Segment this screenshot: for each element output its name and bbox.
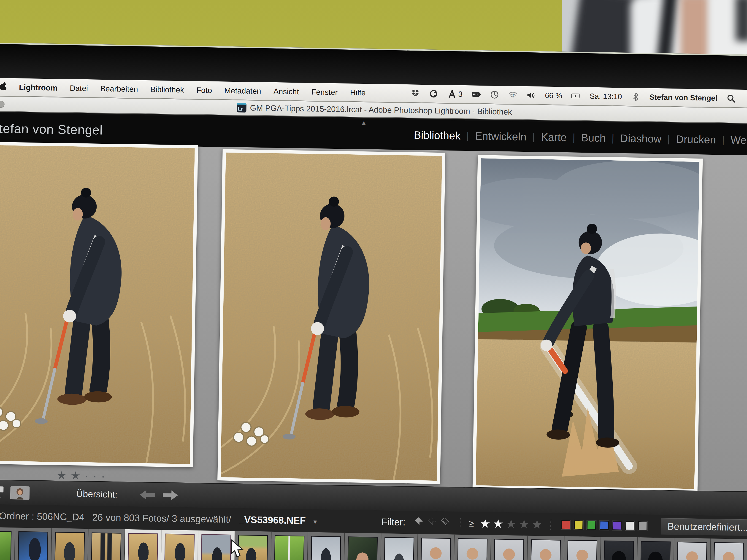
color-swatch[interactable] [574,521,583,530]
module-karte[interactable]: Karte [535,130,573,144]
sand-golfer-thumbnail [54,532,85,560]
menu-ansicht[interactable]: Ansicht [274,87,299,96]
creative-cloud-icon[interactable] [429,89,438,98]
module-separator: | [572,132,575,143]
filmstrip-thumb[interactable]: ★★ [0,527,15,560]
filmstrip-thumb[interactable] [600,537,638,560]
time-machine-icon[interactable] [490,90,499,100]
filmstrip-thumb[interactable]: ★★ [51,528,88,560]
bunker-address-thumbnail [164,534,195,560]
people-view-icon[interactable] [9,485,31,501]
color-swatch[interactable] [561,520,570,530]
apple-logo-icon[interactable] [0,82,7,92]
previous-photo-arrow[interactable] [140,489,155,500]
laptop-screen: LightroomDateiBearbeitenBibliothekFotoMe… [0,43,747,560]
menu-fenster[interactable]: Fenster [311,87,338,97]
source-indicator[interactable]: Ordner : 506NC_D4 26 von 803 Fotos/ 3 au… [0,510,317,526]
spotlight-search-icon[interactable] [726,94,736,103]
module-entwickeln[interactable]: Entwickeln [469,130,532,143]
filter-star[interactable]: ★ [506,517,517,531]
filmstrip-thumb[interactable] [454,534,491,560]
portrait-light-thumbnail [494,539,524,560]
menu-foto[interactable]: Foto [196,85,212,95]
rating-operator[interactable]: ≥ [469,518,474,528]
flag-rejected-icon[interactable] [440,518,450,528]
module-diashow[interactable]: Diashow [614,132,667,145]
color-swatch[interactable] [600,521,609,530]
filmstrip-thumb[interactable] [527,535,565,560]
survey-cell[interactable]: ★★★·· [472,155,703,509]
menu-bibliothek[interactable]: Bibliothek [150,85,184,94]
battery-percentage: 66 % [545,91,562,100]
next-photo-arrow[interactable] [163,490,178,501]
menu-datei[interactable]: Datei [70,83,88,92]
selected-filename: _VS53968.NEF [239,514,306,526]
filmstrip-thumb[interactable] [271,532,308,560]
filmstrip-thumb[interactable] [490,535,528,560]
photo-bunker-swing[interactable] [472,155,703,492]
svg-text:!: ! [512,92,514,99]
survey-cell[interactable]: ★★··· [217,149,445,500]
filter-star[interactable]: ★ [480,516,491,531]
module-separator: | [722,134,725,145]
survey-view-area: ★★··· ★★··· ★★★·· [0,143,747,491]
filmstrip-thumb[interactable]: ★★ [87,529,125,560]
module-picker: Bibliothek|Entwickeln|Karte|Buch|Diashow… [408,128,747,146]
bluetooth-icon[interactable] [631,92,640,102]
flag-unflagged-icon[interactable] [427,517,437,528]
color-swatch[interactable] [638,521,647,531]
module-separator: | [667,133,670,144]
color-swatch[interactable] [625,521,635,531]
module-drucken[interactable]: Drucken [670,132,722,146]
color-swatch[interactable] [613,521,622,530]
photo-bunker-address-1[interactable] [0,141,198,467]
logged-in-user[interactable]: Stefan von Stengel [649,93,718,103]
filmstrip-thumb[interactable] [417,534,455,560]
notification-center-icon[interactable] [745,94,747,103]
menu-bearbeiten[interactable]: Bearbeiten [100,84,138,94]
filmstrip-thumb[interactable]: ★★★ [14,528,52,560]
module-buch[interactable]: Buch [575,131,612,144]
filled-star[interactable]: ★ [56,469,67,482]
filmstrip-thumb[interactable] [710,538,747,560]
collapse-top-panel-arrow[interactable]: ▲ [360,119,367,127]
filmstrip-thumb[interactable] [563,536,601,560]
color-swatch[interactable] [587,521,596,530]
flag-picked-icon[interactable] [413,517,423,528]
empty-star-dot[interactable]: · [93,474,97,478]
filled-star[interactable]: ★ [71,469,81,482]
minimize-button[interactable] [0,101,5,108]
filmstrip-thumb[interactable] [344,533,382,560]
wifi-alert-icon[interactable]: ! [508,90,518,100]
adobe-app-icon[interactable] [447,89,457,99]
battery-charging-icon[interactable] [571,91,581,101]
keyboard-battery-icon[interactable] [472,90,481,99]
empty-star-dot[interactable]: · [84,473,88,478]
menu-metadaten[interactable]: Metadaten [224,86,261,96]
menu-hilfe[interactable]: Hilfe [350,88,366,97]
filmstrip-thumb[interactable] [161,530,199,560]
filter-star[interactable]: ★ [493,517,504,531]
portrait-light-thumbnail [713,542,744,560]
filmstrip-thumb[interactable] [637,537,674,560]
filmstrip-thumb[interactable] [197,531,235,560]
photo-bunker-address-2[interactable] [217,149,445,484]
module-web[interactable]: Web [724,133,747,146]
filmstrip-thumb[interactable] [124,529,162,560]
survey-cell[interactable]: ★★··· [0,141,198,484]
volume-icon[interactable] [526,90,536,100]
filmstrip-thumb[interactable] [673,538,711,560]
grid-view-icon[interactable] [0,485,5,500]
dropbox-icon[interactable] [411,89,420,98]
menu-bar-clock[interactable]: Sa. 13:10 [590,92,622,101]
source-menu-caret[interactable]: ▾ [313,518,317,526]
filter-star[interactable]: ★ [532,517,543,531]
filmstrip-thumb[interactable] [307,532,345,560]
cap-black-thumbnail [640,541,671,560]
filter-star[interactable]: ★ [519,517,530,531]
empty-star-dot[interactable]: · [101,474,105,478]
module-bibliothek[interactable]: Bibliothek [408,128,467,142]
filmstrip-thumb[interactable] [380,533,418,560]
menu-lightroom[interactable]: Lightroom [19,83,58,92]
filter-preset-dropdown[interactable]: Benutzerdefiniert... [661,518,747,536]
